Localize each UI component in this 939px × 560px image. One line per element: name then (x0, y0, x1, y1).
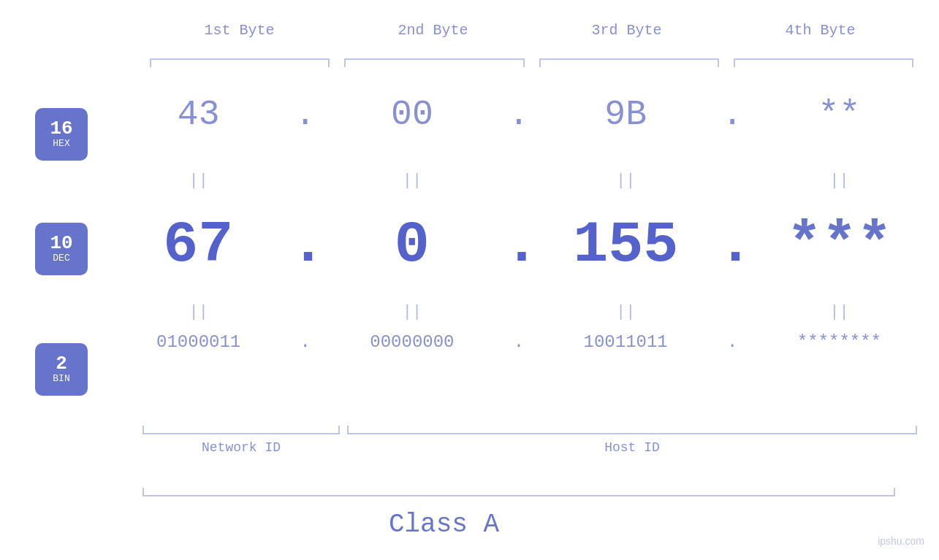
hex-dot3: . (718, 95, 747, 134)
hex-byte2: 00 (319, 95, 504, 134)
eq1-b4: || (747, 172, 932, 190)
bin-row: 01000011 . 00000000 . 10011011 . *******… (106, 332, 932, 352)
eq2-b2: || (319, 303, 504, 321)
eq1-b1: || (106, 172, 291, 190)
bin-dot3: . (718, 332, 747, 352)
eq2-b1: || (106, 303, 291, 321)
bin-badge-num: 2 (56, 354, 67, 373)
dec-byte3: 155 (533, 212, 718, 278)
hex-byte1: 43 (106, 95, 291, 134)
dec-byte1: 67 (106, 212, 291, 278)
host-id-bracket-line (347, 420, 917, 434)
host-id-label: Host ID (347, 440, 917, 455)
byte1-header: 1st Byte (142, 22, 336, 39)
hex-badge: 16 HEX (35, 108, 88, 161)
network-id-label: Network ID (142, 440, 340, 455)
dec-row: 67 . 0 . 155 . *** (106, 212, 932, 278)
network-id-bracket-line (142, 420, 340, 434)
bracket-byte1 (142, 58, 337, 72)
hex-byte3: 9B (533, 95, 718, 134)
hex-badge-num: 16 (50, 119, 72, 138)
equals-row-1: || || || || (106, 172, 932, 190)
bracket-byte3 (532, 58, 726, 72)
dec-byte2: 0 (320, 212, 505, 278)
class-label: Class A (0, 510, 888, 540)
hex-byte4: ** (747, 95, 932, 134)
bin-badge: 2 BIN (35, 343, 88, 396)
bin-dot2: . (505, 332, 533, 352)
bracket-byte4 (726, 58, 921, 72)
dec-badge-num: 10 (50, 234, 72, 253)
byte-headers: 1st Byte 2nd Byte 3rd Byte 4th Byte (142, 22, 917, 39)
equals-row-2: || || || || (106, 303, 932, 321)
full-bottom-bracket (142, 482, 895, 496)
dec-dot3: . (718, 212, 748, 278)
bin-byte4: ******** (747, 332, 932, 352)
main-container: 16 HEX 10 DEC 2 BIN 1st Byte 2nd Byte 3r… (0, 0, 939, 560)
eq2-b4: || (747, 303, 932, 321)
eq1-b3: || (533, 172, 718, 190)
bin-byte2: 00000000 (319, 332, 504, 352)
network-id-bracket: Network ID (142, 420, 340, 455)
hex-dot2: . (505, 95, 533, 134)
dec-badge-label: DEC (53, 253, 69, 264)
byte3-header: 3rd Byte (530, 22, 723, 39)
bracket-byte2 (337, 58, 531, 72)
hex-dot1: . (291, 95, 319, 134)
byte2-header: 2nd Byte (336, 22, 530, 39)
bin-dot1: . (291, 332, 319, 352)
eq1-b2: || (319, 172, 504, 190)
dec-badge: 10 DEC (35, 223, 88, 275)
eq2-b3: || (533, 303, 718, 321)
byte4-header: 4th Byte (723, 22, 917, 39)
hex-row: 43 . 00 . 9B . ** (106, 95, 932, 134)
bin-byte3: 10011011 (533, 332, 718, 352)
dec-byte4: *** (748, 212, 932, 278)
bottom-brackets: Network ID Host ID (142, 420, 917, 455)
top-brackets (142, 58, 921, 72)
watermark: ipshu.com (878, 535, 924, 547)
host-id-bracket: Host ID (347, 420, 917, 455)
dec-dot2: . (504, 212, 533, 278)
dec-dot1: . (291, 212, 320, 278)
bin-badge-label: BIN (53, 373, 69, 385)
hex-badge-label: HEX (53, 138, 69, 150)
bin-byte1: 01000011 (106, 332, 291, 352)
